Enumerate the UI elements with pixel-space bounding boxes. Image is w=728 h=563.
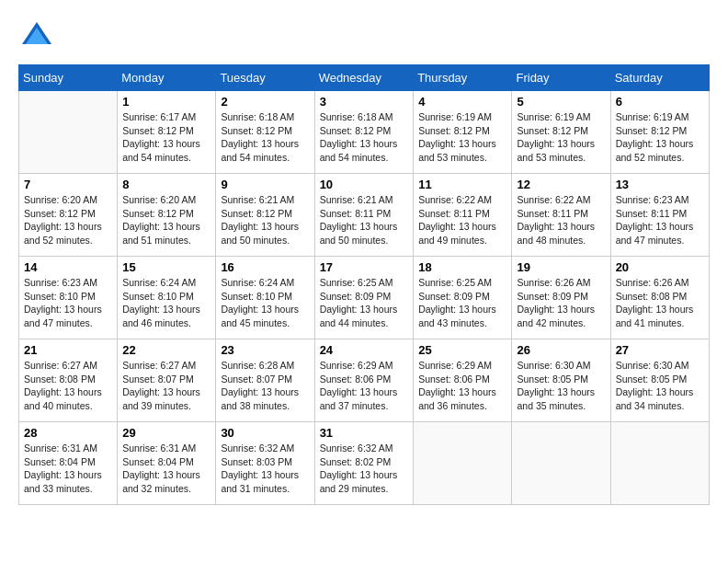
day-number: 11	[418, 178, 506, 191]
day-number: 2	[221, 95, 309, 109]
calendar-cell: 31Sunrise: 6:32 AMSunset: 8:02 PMDayligh…	[314, 422, 414, 505]
day-info: Sunrise: 6:30 AMSunset: 8:05 PMDaylight:…	[616, 359, 704, 413]
day-info: Sunrise: 6:31 AMSunset: 8:04 PMDaylight:…	[122, 442, 210, 496]
calendar-cell	[512, 422, 610, 505]
day-number: 3	[320, 95, 409, 109]
day-info: Sunrise: 6:31 AMSunset: 8:04 PMDaylight:…	[24, 442, 112, 496]
calendar-week-row: 21Sunrise: 6:27 AMSunset: 8:08 PMDayligh…	[19, 339, 710, 422]
calendar-cell: 6Sunrise: 6:19 AMSunset: 8:12 PMDaylight…	[610, 91, 709, 174]
day-info: Sunrise: 6:18 AMSunset: 8:12 PMDaylight:…	[221, 110, 309, 165]
day-number: 1	[122, 95, 210, 109]
day-info: Sunrise: 6:29 AMSunset: 8:06 PMDaylight:…	[418, 359, 506, 413]
calendar-cell: 5Sunrise: 6:19 AMSunset: 8:12 PMDaylight…	[512, 91, 610, 174]
day-info: Sunrise: 6:22 AMSunset: 8:11 PMDaylight:…	[517, 193, 605, 247]
calendar-cell: 11Sunrise: 6:22 AMSunset: 8:11 PMDayligh…	[414, 174, 512, 257]
calendar-cell: 10Sunrise: 6:21 AMSunset: 8:11 PMDayligh…	[314, 174, 414, 257]
day-number: 15	[122, 260, 210, 274]
weekday-header-friday: Friday	[512, 65, 610, 91]
weekday-header-tuesday: Tuesday	[216, 65, 314, 91]
calendar-week-row: 14Sunrise: 6:23 AMSunset: 8:10 PMDayligh…	[19, 257, 710, 339]
day-number: 25	[418, 343, 506, 357]
day-number: 21	[24, 343, 112, 357]
calendar-cell: 7Sunrise: 6:20 AMSunset: 8:12 PMDaylight…	[19, 174, 118, 257]
day-info: Sunrise: 6:28 AMSunset: 8:07 PMDaylight:…	[221, 359, 309, 413]
day-info: Sunrise: 6:18 AMSunset: 8:12 PMDaylight:…	[320, 110, 409, 165]
calendar-cell: 8Sunrise: 6:20 AMSunset: 8:12 PMDaylight…	[118, 174, 216, 257]
weekday-header-saturday: Saturday	[610, 65, 709, 91]
day-number: 5	[517, 95, 605, 109]
day-info: Sunrise: 6:25 AMSunset: 8:09 PMDaylight:…	[320, 276, 409, 330]
day-number: 12	[517, 178, 605, 191]
day-info: Sunrise: 6:19 AMSunset: 8:12 PMDaylight:…	[517, 110, 605, 165]
weekday-header-monday: Monday	[118, 65, 216, 91]
day-number: 22	[122, 343, 210, 357]
day-info: Sunrise: 6:20 AMSunset: 8:12 PMDaylight:…	[122, 193, 210, 247]
calendar-table: SundayMondayTuesdayWednesdayThursdayFrid…	[18, 64, 710, 505]
day-info: Sunrise: 6:30 AMSunset: 8:05 PMDaylight:…	[517, 359, 605, 413]
day-number: 16	[221, 260, 309, 274]
day-number: 8	[122, 178, 210, 191]
calendar-cell	[414, 422, 512, 505]
calendar-cell: 13Sunrise: 6:23 AMSunset: 8:11 PMDayligh…	[610, 174, 709, 257]
day-info: Sunrise: 6:27 AMSunset: 8:07 PMDaylight:…	[122, 359, 210, 413]
day-info: Sunrise: 6:20 AMSunset: 8:12 PMDaylight:…	[24, 193, 112, 247]
calendar-cell: 21Sunrise: 6:27 AMSunset: 8:08 PMDayligh…	[19, 339, 118, 422]
day-info: Sunrise: 6:27 AMSunset: 8:08 PMDaylight:…	[24, 359, 112, 413]
day-number: 24	[320, 343, 409, 357]
day-info: Sunrise: 6:17 AMSunset: 8:12 PMDaylight:…	[122, 110, 210, 165]
calendar-cell: 22Sunrise: 6:27 AMSunset: 8:07 PMDayligh…	[118, 339, 216, 422]
day-info: Sunrise: 6:19 AMSunset: 8:12 PMDaylight:…	[418, 110, 506, 165]
day-number: 7	[24, 178, 112, 191]
day-number: 20	[616, 260, 704, 274]
day-number: 19	[517, 260, 605, 274]
day-number: 4	[418, 95, 506, 109]
calendar-week-row: 28Sunrise: 6:31 AMSunset: 8:04 PMDayligh…	[19, 422, 710, 505]
day-number: 30	[221, 426, 309, 440]
day-number: 18	[418, 260, 506, 274]
calendar-week-row: 7Sunrise: 6:20 AMSunset: 8:12 PMDaylight…	[19, 174, 710, 257]
day-number: 23	[221, 343, 309, 357]
day-info: Sunrise: 6:26 AMSunset: 8:09 PMDaylight:…	[517, 276, 605, 330]
calendar-cell: 4Sunrise: 6:19 AMSunset: 8:12 PMDaylight…	[414, 91, 512, 174]
calendar-week-row: 1Sunrise: 6:17 AMSunset: 8:12 PMDaylight…	[19, 91, 710, 174]
logo-icon	[18, 18, 55, 55]
day-info: Sunrise: 6:21 AMSunset: 8:12 PMDaylight:…	[221, 193, 309, 247]
day-number: 14	[24, 260, 112, 274]
calendar-cell: 16Sunrise: 6:24 AMSunset: 8:10 PMDayligh…	[216, 257, 314, 339]
day-info: Sunrise: 6:23 AMSunset: 8:11 PMDaylight:…	[616, 193, 704, 247]
day-number: 9	[221, 178, 309, 191]
weekday-header-wednesday: Wednesday	[314, 65, 414, 91]
calendar-cell: 12Sunrise: 6:22 AMSunset: 8:11 PMDayligh…	[512, 174, 610, 257]
calendar-cell: 15Sunrise: 6:24 AMSunset: 8:10 PMDayligh…	[118, 257, 216, 339]
day-info: Sunrise: 6:26 AMSunset: 8:08 PMDaylight:…	[616, 276, 704, 330]
weekday-header-sunday: Sunday	[19, 65, 118, 91]
calendar-cell: 9Sunrise: 6:21 AMSunset: 8:12 PMDaylight…	[216, 174, 314, 257]
day-info: Sunrise: 6:21 AMSunset: 8:11 PMDaylight:…	[320, 193, 409, 247]
day-number: 13	[616, 178, 704, 191]
page-header	[18, 18, 710, 55]
calendar-cell: 20Sunrise: 6:26 AMSunset: 8:08 PMDayligh…	[610, 257, 709, 339]
day-number: 6	[616, 95, 704, 109]
day-number: 31	[320, 426, 409, 440]
calendar-cell: 18Sunrise: 6:25 AMSunset: 8:09 PMDayligh…	[414, 257, 512, 339]
day-number: 27	[616, 343, 704, 357]
day-info: Sunrise: 6:24 AMSunset: 8:10 PMDaylight:…	[122, 276, 210, 330]
day-number: 17	[320, 260, 409, 274]
calendar-cell: 23Sunrise: 6:28 AMSunset: 8:07 PMDayligh…	[216, 339, 314, 422]
day-number: 29	[122, 426, 210, 440]
day-info: Sunrise: 6:22 AMSunset: 8:11 PMDaylight:…	[418, 193, 506, 247]
day-number: 26	[517, 343, 605, 357]
calendar-cell: 1Sunrise: 6:17 AMSunset: 8:12 PMDaylight…	[118, 91, 216, 174]
weekday-header-thursday: Thursday	[414, 65, 512, 91]
day-info: Sunrise: 6:29 AMSunset: 8:06 PMDaylight:…	[320, 359, 409, 413]
calendar-cell: 29Sunrise: 6:31 AMSunset: 8:04 PMDayligh…	[118, 422, 216, 505]
calendar-cell: 27Sunrise: 6:30 AMSunset: 8:05 PMDayligh…	[610, 339, 709, 422]
calendar-cell	[610, 422, 709, 505]
calendar-cell: 19Sunrise: 6:26 AMSunset: 8:09 PMDayligh…	[512, 257, 610, 339]
calendar-cell: 24Sunrise: 6:29 AMSunset: 8:06 PMDayligh…	[314, 339, 414, 422]
calendar-cell: 17Sunrise: 6:25 AMSunset: 8:09 PMDayligh…	[314, 257, 414, 339]
calendar-cell: 30Sunrise: 6:32 AMSunset: 8:03 PMDayligh…	[216, 422, 314, 505]
day-info: Sunrise: 6:23 AMSunset: 8:10 PMDaylight:…	[24, 276, 112, 330]
day-info: Sunrise: 6:32 AMSunset: 8:03 PMDaylight:…	[221, 442, 309, 496]
calendar-cell: 2Sunrise: 6:18 AMSunset: 8:12 PMDaylight…	[216, 91, 314, 174]
